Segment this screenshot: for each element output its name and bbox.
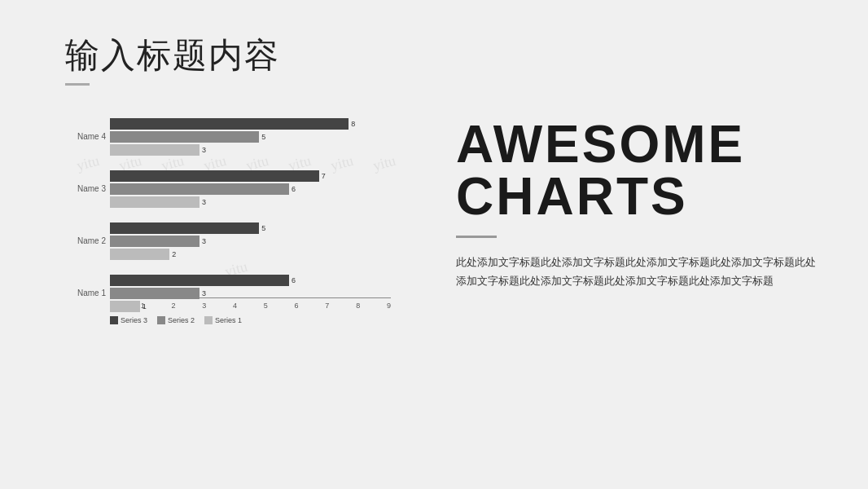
bar-value-label: 3	[202, 198, 206, 206]
series1-bar: 3	[110, 196, 391, 208]
chart-row: Name 4853	[110, 118, 391, 156]
series1-bar-fill	[110, 301, 140, 312]
chart-legend: Series 3Series 2Series 1	[110, 316, 407, 324]
series3-bar: 6	[110, 275, 391, 286]
row-label: Name 4	[65, 133, 106, 141]
row-label: Name 1	[65, 289, 106, 297]
awesome-line1: AWESOME	[456, 118, 819, 170]
legend-color-box	[204, 316, 213, 324]
bar-value-label: 5	[261, 133, 265, 141]
series3-bar: 7	[110, 170, 391, 182]
series2-bar-fill	[110, 183, 289, 195]
series1-bar-fill	[110, 249, 169, 260]
series1-bar: 2	[110, 249, 391, 260]
series3-bar-fill	[110, 170, 319, 182]
legend-color-box	[157, 316, 165, 324]
bar-value-label: 3	[202, 237, 206, 245]
series2-bar-fill	[110, 131, 259, 143]
legend-label: Series 3	[121, 316, 147, 324]
title-underline	[65, 83, 90, 86]
bars-group: 763	[110, 170, 391, 208]
series3-bar-fill	[110, 275, 289, 286]
chart-section: yitu yitu yitu yitu yitu yitu yitu yitu …	[65, 110, 407, 322]
bar-chart: Name 4853Name 3763Name 2532Name 1631	[65, 110, 407, 297]
series1-bar-fill	[110, 144, 199, 156]
series2-bar-fill	[110, 236, 199, 247]
bar-value-label: 6	[292, 276, 296, 284]
series2-bar: 3	[110, 236, 391, 247]
series3-bar-fill	[110, 222, 259, 234]
series1-bar: 3	[110, 144, 391, 156]
series2-bar: 5	[110, 131, 391, 143]
bars-group: 532	[110, 222, 391, 260]
chart-area: yitu yitu yitu yitu yitu yitu yitu yitu …	[65, 110, 407, 322]
bar-value-label: 7	[322, 172, 326, 180]
chart-row: Name 3763	[110, 170, 391, 208]
main-content: yitu yitu yitu yitu yitu yitu yitu yitu …	[65, 110, 819, 322]
awesome-line2: CHARTS	[456, 170, 819, 222]
description-text: 此处添加文字标题此处添加文字标题此处添加文字标题此处添加文字标题此处添加文字标题…	[456, 253, 819, 291]
row-label: Name 2	[65, 237, 106, 245]
chart-row: Name 1631	[110, 275, 391, 312]
bar-value-label: 3	[202, 289, 206, 297]
page-container: 输入标题内容 yitu yitu yitu yitu yitu yitu yit…	[0, 0, 868, 489]
row-label: Name 3	[65, 185, 106, 193]
legend-label: Series 1	[215, 316, 242, 324]
series2-bar: 3	[110, 288, 391, 299]
series3-bar: 5	[110, 222, 391, 234]
series1-bar: 1	[110, 301, 391, 312]
series2-bar: 6	[110, 183, 391, 195]
legend-item: Series 2	[157, 316, 195, 324]
bar-value-label: 2	[172, 250, 176, 258]
series3-bar-fill	[110, 118, 349, 130]
awesome-title: AWESOME CHARTS	[456, 118, 819, 222]
series2-bar-fill	[110, 288, 199, 299]
bar-value-label: 1	[142, 302, 147, 311]
legend-label: Series 2	[168, 316, 195, 324]
bar-value-label: 8	[351, 120, 355, 128]
legend-item: Series 3	[110, 316, 147, 324]
series1-bar-fill	[110, 196, 199, 208]
bar-value-label: 3	[202, 146, 206, 154]
legend-item: Series 1	[204, 316, 242, 324]
bars-group: 631	[110, 275, 391, 312]
legend-color-box	[110, 316, 118, 324]
bar-value-label: 6	[292, 185, 296, 193]
page-title: 输入标题内容	[65, 33, 819, 78]
right-content: AWESOME CHARTS 此处添加文字标题此处添加文字标题此处添加文字标题此…	[456, 110, 819, 291]
awesome-divider	[456, 236, 497, 238]
series3-bar: 8	[110, 118, 391, 130]
bar-value-label: 5	[261, 224, 265, 232]
chart-row: Name 2532	[110, 222, 391, 260]
bars-group: 853	[110, 118, 391, 156]
